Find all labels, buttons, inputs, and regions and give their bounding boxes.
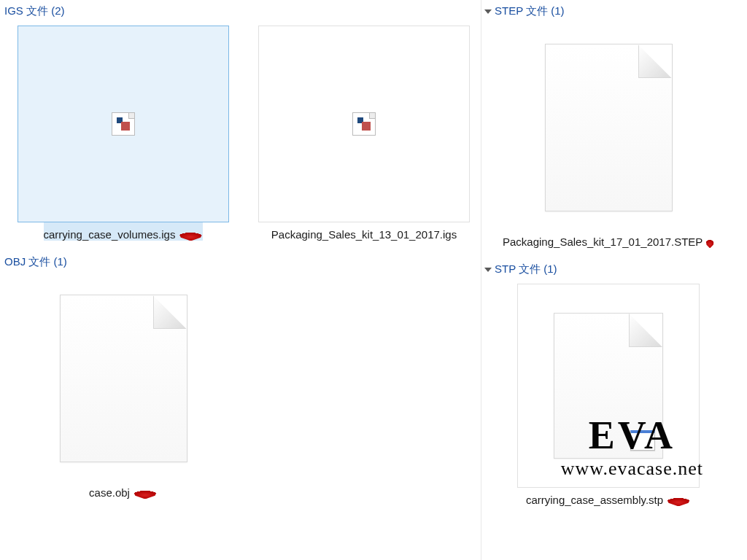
file-thumbnail [47, 276, 200, 481]
file-thumbnail [517, 284, 700, 488]
group-step: STEP 文件 (1) Packaging_Sales_kit_17_01_20… [481, 0, 747, 258]
collapse-triangle-icon [484, 268, 492, 272]
group-header-obj[interactable]: OBJ 文件 (1) [3, 252, 478, 273]
file-thumbnail [532, 26, 685, 230]
group-header-step[interactable]: STEP 文件 (1) [484, 1, 744, 23]
group-igs: IGS 文件 (2) carrying_case_volumes.igs [0, 0, 481, 251]
annotation-mark-icon [178, 233, 203, 241]
group-label: IGS 文件 (2) [4, 4, 65, 18]
annotation-mark-icon [133, 491, 158, 499]
group-label: OBJ 文件 (1) [4, 255, 67, 269]
file-thumbnail [258, 26, 470, 222]
blank-page-icon [60, 295, 187, 462]
group-label: STP 文件 (1) [495, 262, 557, 276]
annotation-mark-icon [666, 498, 691, 507]
file-item[interactable]: carrying_case_volumes.igs [18, 23, 229, 244]
collapse-triangle-icon [484, 9, 492, 14]
file-name: Packaging_Sales_kit_17_01_2017.STEP [503, 236, 703, 248]
blank-page-icon [545, 44, 673, 211]
annotation-mark-icon [705, 240, 714, 249]
missing-image-icon [352, 112, 376, 136]
file-name: case.obj [89, 486, 130, 499]
app-badge-icon [630, 430, 655, 451]
file-item[interactable]: carrying_case_assembly.stp [514, 281, 703, 509]
missing-image-icon [112, 112, 135, 136]
group-header-stp[interactable]: STP 文件 (1) [484, 260, 744, 281]
file-name: carrying_case_volumes.igs [44, 228, 176, 241]
file-thumbnail [18, 26, 229, 222]
file-name: carrying_case_assembly.stp [526, 494, 663, 506]
group-stp: STP 文件 (1) carrying_case_assembly.stp [481, 258, 747, 516]
file-item[interactable]: Packaging_Sales_kit_13_01_2017.igs [258, 23, 470, 244]
file-item[interactable]: case.obj [18, 273, 229, 502]
file-item[interactable]: Packaging_Sales_kit_17_01_2017.STEP [514, 23, 703, 251]
group-label: STEP 文件 (1) [495, 4, 565, 18]
app-page-icon [554, 313, 663, 459]
file-name: Packaging_Sales_kit_13_01_2017.igs [271, 228, 457, 241]
group-header-igs[interactable]: IGS 文件 (2) [3, 1, 478, 23]
group-obj: OBJ 文件 (1) case.obj [0, 251, 481, 509]
